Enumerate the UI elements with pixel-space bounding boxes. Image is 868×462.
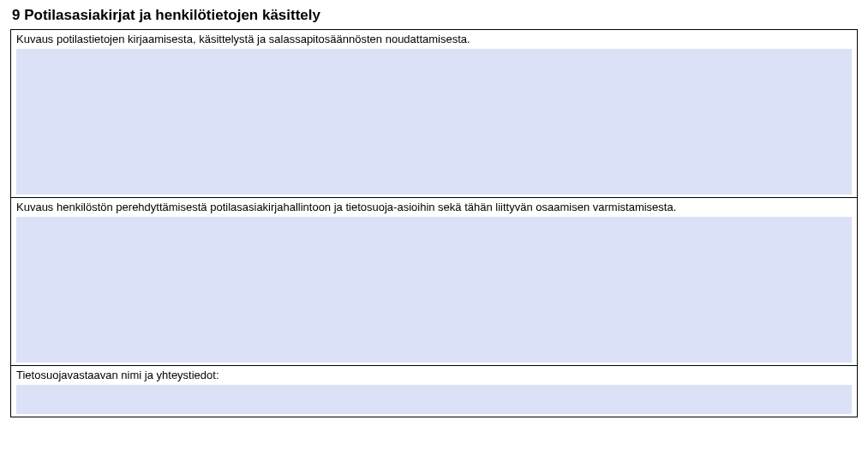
field-input-wrap	[11, 385, 857, 417]
field-label: Kuvaus henkilöstön perehdyttämisestä pot…	[11, 198, 857, 217]
dpo-contact-textarea[interactable]	[16, 385, 852, 414]
form-container: Kuvaus potilastietojen kirjaamisesta, kä…	[10, 29, 858, 417]
staff-training-textarea[interactable]	[16, 217, 852, 363]
section-number: 9	[12, 7, 20, 23]
field-input-wrap	[11, 49, 857, 197]
form-field-dpo-contact: Tietosuojavastaavan nimi ja yhteystiedot…	[11, 366, 857, 417]
field-label: Tietosuojavastaavan nimi ja yhteystiedot…	[11, 366, 857, 385]
patient-info-textarea[interactable]	[16, 49, 852, 195]
field-label: Kuvaus potilastietojen kirjaamisesta, kä…	[11, 30, 857, 49]
form-field-patient-info: Kuvaus potilastietojen kirjaamisesta, kä…	[11, 30, 857, 198]
section-title-text: Potilasasiakirjat ja henkilötietojen käs…	[24, 7, 320, 23]
form-field-staff-training: Kuvaus henkilöstön perehdyttämisestä pot…	[11, 198, 857, 366]
field-input-wrap	[11, 217, 857, 365]
section-title: 9 Potilasasiakirjat ja henkilötietojen k…	[10, 7, 858, 24]
